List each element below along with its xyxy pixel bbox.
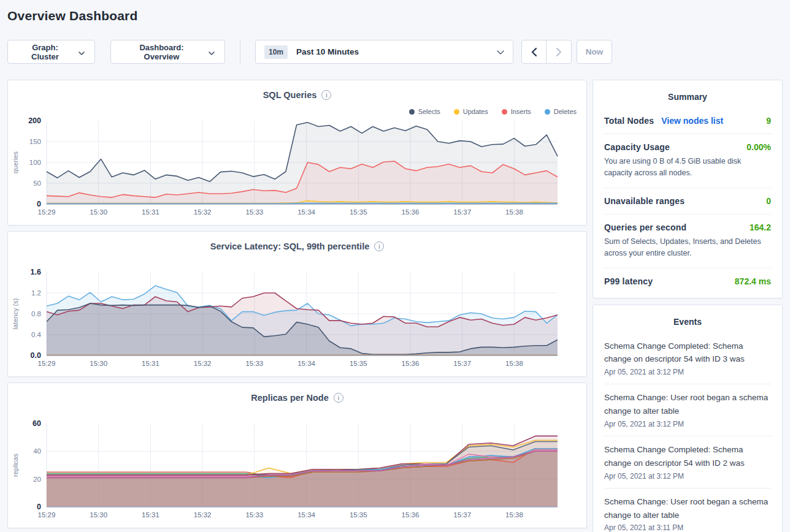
- svg-text:15:35: 15:35: [350, 360, 367, 367]
- svg-text:15:30: 15:30: [90, 360, 107, 367]
- time-range-selector[interactable]: 10m Past 10 Minutes: [255, 40, 513, 64]
- controls-bar: Graph: Cluster Dashboard: Overview 10m P…: [0, 40, 790, 64]
- svg-text:15:29: 15:29: [38, 360, 56, 367]
- event-item: Schema Change: User root began a schema …: [604, 488, 771, 532]
- info-icon[interactable]: i: [321, 90, 331, 100]
- svg-text:15:30: 15:30: [90, 208, 107, 216]
- chart-service-latency: 15:2915:3015:3115:3215:3315:3415:3515:36…: [7, 231, 587, 377]
- svg-text:20: 20: [33, 476, 41, 483]
- summary-title: Summary: [604, 89, 771, 108]
- event-timestamp: Apr 05, 2021 at 3:12 PM: [604, 472, 771, 481]
- now-button[interactable]: Now: [577, 40, 612, 64]
- legend-dot: [454, 109, 459, 115]
- info-icon[interactable]: i: [374, 241, 384, 251]
- svg-text:15:29: 15:29: [38, 208, 56, 216]
- chart-title: SQL Queries: [263, 90, 317, 100]
- svg-text:15:35: 15:35: [350, 208, 367, 216]
- info-icon[interactable]: i: [334, 393, 343, 403]
- svg-text:100: 100: [29, 159, 41, 166]
- svg-text:15:37: 15:37: [453, 208, 471, 216]
- svg-text:150: 150: [29, 138, 41, 145]
- chart-title: Service Latency: SQL, 99th percentile: [210, 241, 370, 251]
- event-message: Schema Change: User root began a schema …: [604, 495, 771, 522]
- summary-value: 872.4 ms: [735, 276, 771, 286]
- svg-text:replicas: replicas: [12, 454, 19, 477]
- event-message: Schema Change Completed: Schema change o…: [604, 443, 771, 470]
- svg-text:40: 40: [33, 447, 41, 455]
- svg-text:15:31: 15:31: [142, 208, 159, 216]
- legend-dot: [409, 109, 415, 115]
- page-title: Overview Dashboard: [7, 9, 783, 23]
- chart-sql-queries: 15:2915:3015:3115:3215:3315:3415:3515:36…: [7, 80, 587, 226]
- svg-text:50: 50: [33, 180, 41, 187]
- event-message: Schema Change Completed: Schema change o…: [604, 340, 771, 367]
- svg-text:1.2: 1.2: [31, 289, 41, 297]
- summary-row: Unavailable ranges0: [604, 188, 771, 214]
- summary-label: Queries per second: [604, 222, 686, 232]
- view-nodes-list-link[interactable]: View nodes list: [661, 116, 723, 126]
- summary-row: Queries per second164.2Sum of Selects, U…: [604, 214, 771, 268]
- summary-description: You are using 0 B of 4.5 GiB usable disk…: [604, 156, 771, 180]
- svg-text:0.0: 0.0: [31, 351, 41, 360]
- svg-text:15:34: 15:34: [297, 208, 315, 216]
- chart-legend: SelectsUpdatesInsertsDeletes: [409, 108, 577, 115]
- replicas-per-node-plot[interactable]: 15:2915:3015:3115:3215:3315:3415:3515:36…: [8, 383, 586, 528]
- svg-text:0: 0: [37, 200, 41, 208]
- svg-text:15:35: 15:35: [350, 511, 367, 519]
- events-title: Events: [604, 314, 771, 333]
- chevron-down-icon: [79, 48, 85, 57]
- svg-text:15:31: 15:31: [142, 511, 159, 519]
- sql-queries-plot[interactable]: 15:2915:3015:3115:3215:3315:3415:3515:36…: [8, 80, 586, 225]
- summary-value: 0: [766, 196, 771, 206]
- svg-text:15:37: 15:37: [453, 511, 471, 519]
- charts-column: 15:2915:3015:3115:3215:3315:3415:3515:36…: [7, 80, 587, 528]
- event-item: Schema Change: User root began a schema …: [604, 384, 771, 436]
- summary-row: Total NodesView nodes list9: [604, 108, 771, 134]
- event-timestamp: Apr 05, 2021 at 3:12 PM: [604, 368, 771, 376]
- events-panel: Events Schema Change Completed: Schema c…: [592, 305, 783, 532]
- event-timestamp: Apr 05, 2021 at 3:12 PM: [604, 420, 771, 428]
- time-forward-button[interactable]: [546, 40, 572, 64]
- time-back-button[interactable]: [521, 40, 546, 64]
- summary-panel: Summary Total NodesView nodes list9Capac…: [592, 80, 783, 298]
- service-latency-plot[interactable]: 15:2915:3015:3115:3215:3315:3415:3515:36…: [8, 232, 586, 376]
- svg-text:15:32: 15:32: [194, 208, 212, 216]
- legend-item-selects: Selects: [409, 108, 440, 115]
- summary-value: 9: [766, 116, 771, 126]
- svg-text:15:30: 15:30: [90, 511, 107, 519]
- graph-dropdown-label: Graph: Cluster: [18, 43, 72, 61]
- svg-text:1.6: 1.6: [31, 268, 41, 276]
- svg-text:0: 0: [37, 503, 41, 511]
- svg-text:15:36: 15:36: [402, 360, 420, 367]
- svg-text:15:38: 15:38: [505, 208, 523, 216]
- event-message: Schema Change: User root began a schema …: [604, 391, 771, 418]
- svg-text:15:31: 15:31: [142, 360, 159, 367]
- legend-item-updates: Updates: [454, 108, 488, 115]
- svg-text:15:32: 15:32: [194, 511, 212, 519]
- svg-text:15:34: 15:34: [297, 511, 315, 519]
- legend-dot: [545, 109, 550, 115]
- chart-title: Replicas per Node: [251, 393, 329, 403]
- summary-row: Capacity Usage0.00%You are using 0 B of …: [604, 134, 771, 188]
- dashboard-dropdown[interactable]: Dashboard: Overview: [110, 40, 225, 64]
- time-range-badge: 10m: [264, 45, 288, 59]
- svg-text:15:32: 15:32: [194, 360, 212, 367]
- summary-value: 164.2: [750, 222, 771, 232]
- summary-label: Unavailable ranges: [604, 196, 685, 206]
- svg-text:15:34: 15:34: [297, 360, 315, 367]
- chevron-down-icon: [209, 48, 215, 57]
- time-range-label: Past 10 Minutes: [296, 47, 359, 56]
- chevron-down-icon: [497, 47, 504, 56]
- svg-text:latency (s): latency (s): [12, 298, 19, 330]
- graph-dropdown[interactable]: Graph: Cluster: [7, 40, 95, 64]
- summary-row: P99 latency872.4 ms: [604, 268, 771, 294]
- legend-dot: [502, 109, 507, 115]
- summary-label: Capacity Usage: [604, 142, 670, 152]
- dashboard-dropdown-label: Dashboard: Overview: [121, 43, 202, 61]
- summary-description: Sum of Selects, Updates, Inserts, and De…: [604, 236, 771, 260]
- event-timestamp: Apr 05, 2021 at 3:11 PM: [604, 523, 771, 532]
- sidebar: Summary Total NodesView nodes list9Capac…: [592, 80, 783, 532]
- svg-text:15:38: 15:38: [505, 360, 523, 367]
- legend-item-inserts: Inserts: [502, 108, 531, 115]
- divider: [240, 40, 240, 64]
